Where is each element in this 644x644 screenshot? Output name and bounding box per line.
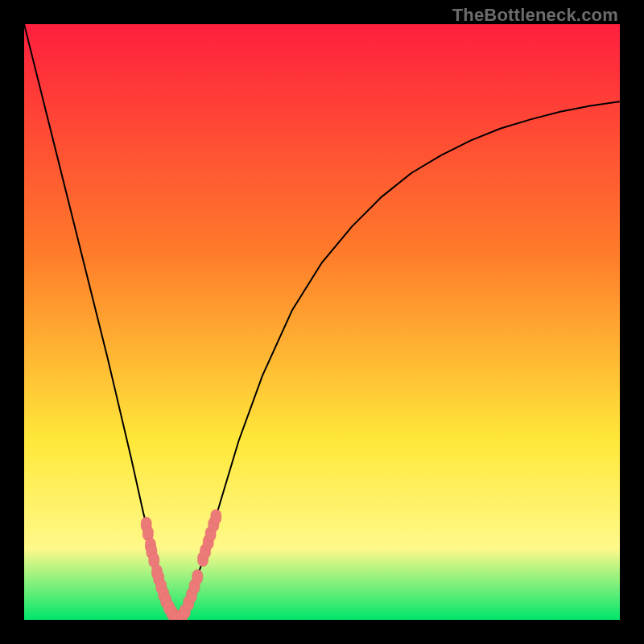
data-marker: [211, 510, 221, 524]
gradient-background: [24, 24, 620, 620]
chart-frame: TheBottleneck.com: [0, 0, 644, 644]
data-marker: [192, 570, 203, 584]
watermark-text: TheBottleneck.com: [452, 5, 618, 26]
plot-area: [24, 24, 620, 620]
chart-svg: [24, 24, 620, 620]
